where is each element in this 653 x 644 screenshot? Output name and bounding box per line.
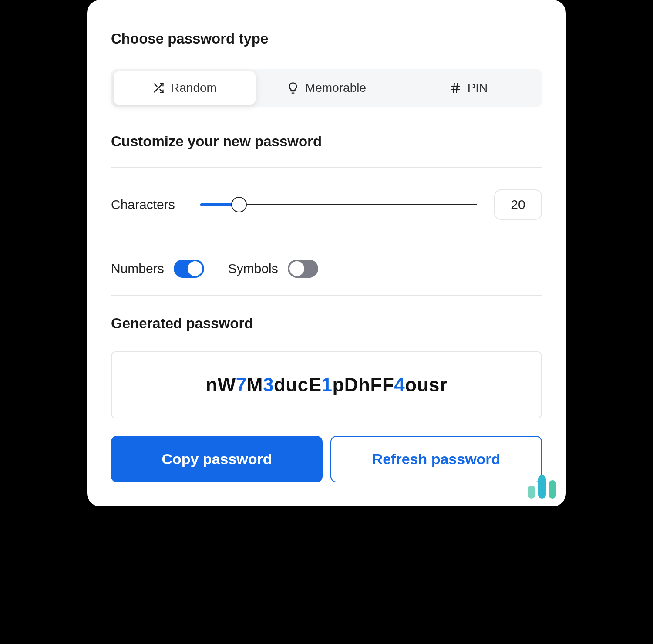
characters-row: Characters 20 (111, 189, 542, 220)
characters-slider[interactable] (200, 200, 477, 209)
brand-logo (528, 475, 556, 499)
toggles-row: Numbers Symbols (111, 260, 542, 278)
password-output: nW7M3ducE1pDhFF4ousr (111, 351, 542, 418)
customize-heading: Customize your new password (111, 133, 542, 150)
password-generator-card: Choose password type Random Memorable (87, 0, 566, 506)
shuffle-icon (152, 82, 165, 94)
tab-random-label: Random (171, 81, 217, 95)
symbols-label: Symbols (228, 261, 278, 276)
numbers-toggle-group: Numbers (111, 260, 204, 278)
brand-bar-icon (549, 480, 556, 499)
tab-pin[interactable]: PIN (397, 71, 539, 105)
symbols-toggle[interactable] (288, 260, 318, 278)
brand-bar-icon (528, 486, 535, 499)
hash-icon (449, 82, 461, 94)
generated-heading: Generated password (111, 315, 542, 332)
divider (111, 242, 542, 242)
tab-memorable[interactable]: Memorable (256, 71, 397, 105)
numbers-label: Numbers (111, 261, 164, 276)
divider (111, 295, 542, 296)
toggle-knob (188, 261, 202, 276)
divider (111, 167, 542, 168)
password-text: nW7M3ducE1pDhFF4ousr (121, 374, 532, 396)
svg-line-5 (453, 84, 454, 93)
symbols-toggle-group: Symbols (228, 260, 318, 278)
password-type-tabs: Random Memorable PIN (111, 69, 542, 107)
tab-memorable-label: Memorable (305, 81, 366, 95)
copy-button[interactable]: Copy password (111, 436, 323, 482)
tab-random[interactable]: Random (114, 71, 256, 105)
choose-type-heading: Choose password type (111, 30, 542, 47)
characters-label: Characters (111, 197, 183, 212)
tab-pin-label: PIN (468, 81, 488, 95)
svg-line-2 (155, 84, 157, 87)
toggle-knob (289, 261, 304, 276)
brand-bar-icon (538, 475, 546, 499)
slider-thumb[interactable] (231, 197, 247, 212)
characters-value[interactable]: 20 (494, 189, 542, 220)
svg-line-6 (456, 84, 457, 93)
numbers-toggle[interactable] (174, 260, 204, 278)
refresh-button[interactable]: Refresh password (330, 436, 542, 482)
lightbulb-icon (287, 82, 299, 94)
action-buttons: Copy password Refresh password (111, 436, 542, 482)
